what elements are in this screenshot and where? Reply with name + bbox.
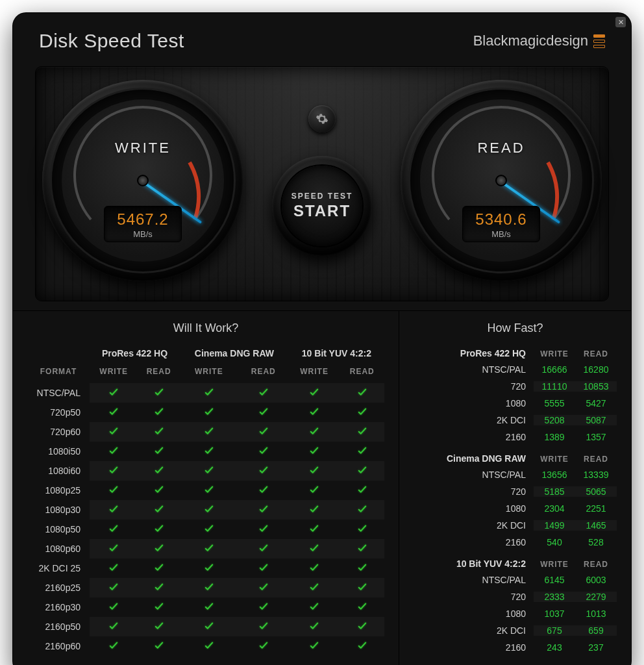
check-icon — [203, 604, 215, 614]
hf-write-val: 5208 — [534, 415, 575, 425]
wiw-format: 1080p60 — [27, 539, 90, 558]
wiw-cell — [238, 558, 289, 578]
check-icon — [308, 565, 320, 575]
check-icon — [258, 429, 269, 439]
hf-write-val: 675 — [534, 625, 575, 636]
hf-read-val: 6003 — [575, 575, 617, 585]
wiw-title: Will It Work? — [27, 321, 384, 335]
wiw-cell — [238, 500, 289, 520]
wiw-cell — [138, 461, 180, 481]
wiw-cell — [180, 481, 238, 500]
hf-write-val: 1037 — [534, 609, 575, 619]
wiw-row: 2160p25 — [27, 578, 384, 597]
wiw-cell — [289, 383, 340, 403]
check-icon — [203, 487, 215, 497]
wiw-sub-r0: READ — [138, 364, 180, 383]
check-icon — [108, 507, 119, 517]
wiw-cell — [238, 578, 289, 597]
wiw-cell — [180, 403, 238, 422]
hf-write-val: 6145 — [534, 575, 575, 585]
write-unit: MB/s — [105, 229, 181, 239]
results-section: Will It Work? ProRes 422 HQ Cinema DNG R… — [13, 310, 631, 665]
wiw-cell — [90, 636, 138, 656]
brand-label: Blackmagicdesign — [473, 32, 588, 49]
check-icon — [153, 448, 165, 458]
hf-group-name: 10 Bit YUV 4:2:2 — [414, 558, 534, 569]
check-icon — [258, 565, 269, 575]
wiw-cell — [180, 422, 238, 442]
write-gauge-label: WRITE — [62, 140, 224, 157]
needle-hub-icon — [137, 175, 149, 186]
check-icon — [153, 507, 165, 517]
check-icon — [258, 448, 269, 458]
wiw-cell — [289, 403, 340, 422]
read-gauge: READ 5340.6 MB/s — [401, 80, 602, 281]
wiw-sub-r2: READ — [340, 364, 384, 383]
wiw-cell — [180, 461, 238, 481]
will-it-work-panel: Will It Work? ProRes 422 HQ Cinema DNG R… — [13, 311, 399, 665]
check-icon — [258, 409, 269, 420]
check-icon — [108, 448, 119, 458]
hf-read-val: 16280 — [575, 364, 617, 375]
wiw-cell — [340, 442, 384, 461]
settings-button[interactable] — [308, 105, 336, 132]
hf-write-val: 243 — [534, 642, 575, 653]
app-window: ✕ Disk Speed Test Blackmagicdesign WRITE… — [13, 13, 631, 665]
wiw-cell — [340, 461, 384, 481]
wiw-cell — [238, 383, 289, 403]
hf-format: 2160 — [414, 432, 534, 442]
check-icon — [308, 487, 320, 497]
wiw-row: 2160p50 — [27, 617, 384, 636]
gear-icon — [316, 112, 328, 125]
check-icon — [258, 604, 269, 614]
wiw-format: 2160p50 — [27, 617, 90, 636]
hf-read-val: 5087 — [575, 415, 617, 425]
hf-write-val: 5185 — [534, 486, 575, 497]
wiw-cell — [180, 597, 238, 617]
check-icon — [108, 546, 119, 556]
hf-write-val: 2333 — [534, 592, 575, 602]
check-icon — [108, 468, 119, 478]
wiw-sub-w0: WRITE — [90, 364, 138, 383]
wiw-cell — [90, 422, 138, 442]
hf-group: 10 Bit YUV 4:2:2WRITEREADNTSC/PAL6145600… — [414, 555, 617, 656]
wiw-cell — [90, 578, 138, 597]
wiw-cell — [90, 617, 138, 636]
hf-format: 720 — [414, 486, 534, 497]
start-button[interactable]: SPEED TEST START — [272, 156, 372, 256]
hf-read-val: 1013 — [575, 609, 617, 619]
check-icon — [153, 546, 165, 556]
check-icon — [308, 429, 320, 439]
hf-row: 108023042251 — [414, 500, 617, 517]
check-icon — [258, 487, 269, 497]
hf-format: 2160 — [414, 537, 534, 547]
hf-row: NTSC/PAL1666616280 — [414, 361, 617, 378]
check-icon — [308, 468, 320, 478]
check-icon — [258, 526, 269, 536]
wiw-format: 720p60 — [27, 422, 90, 442]
hf-write-val: 13656 — [534, 470, 575, 480]
wiw-cell — [289, 539, 340, 558]
hf-format: 1080 — [414, 503, 534, 514]
wiw-cell — [238, 617, 289, 636]
hf-format: 1080 — [414, 398, 534, 408]
how-fast-panel: How Fast? ProRes 422 HQWRITEREADNTSC/PAL… — [399, 311, 631, 665]
wiw-format: NTSC/PAL — [27, 383, 90, 403]
check-icon — [308, 643, 320, 653]
hf-format: NTSC/PAL — [414, 470, 534, 480]
wiw-cell — [340, 403, 384, 422]
hf-row: 2160540528 — [414, 534, 617, 551]
wiw-format: 720p50 — [27, 403, 90, 422]
check-icon — [308, 409, 320, 420]
check-icon — [308, 584, 320, 595]
check-icon — [356, 487, 368, 497]
wiw-cell — [90, 461, 138, 481]
hf-title: How Fast? — [414, 321, 617, 335]
wiw-cell — [238, 636, 289, 656]
wiw-cell — [289, 422, 340, 442]
check-icon — [258, 623, 269, 634]
write-readout: 5467.2 MB/s — [104, 206, 182, 242]
close-button[interactable]: ✕ — [615, 17, 626, 27]
wiw-cell — [238, 539, 289, 558]
wiw-cell — [138, 578, 180, 597]
